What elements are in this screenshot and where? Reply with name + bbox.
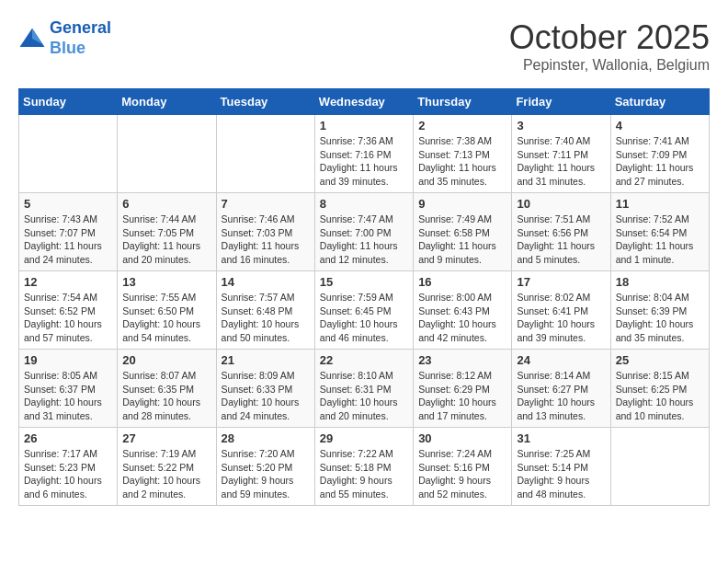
calendar-cell: 15Sunrise: 7:59 AMSunset: 6:45 PMDayligh… xyxy=(314,271,413,350)
calendar-cell xyxy=(19,115,118,193)
weekday-header: Monday xyxy=(118,89,216,115)
calendar-cell: 1Sunrise: 7:36 AMSunset: 7:16 PMDaylight… xyxy=(314,115,413,193)
calendar-cell: 7Sunrise: 7:46 AMSunset: 7:03 PMDaylight… xyxy=(216,193,314,271)
cell-info: Sunrise: 7:46 AMSunset: 7:03 PMDaylight:… xyxy=(222,213,310,267)
calendar-week-row: 19Sunrise: 8:05 AMSunset: 6:37 PMDayligh… xyxy=(19,350,710,428)
calendar-cell xyxy=(610,428,709,506)
cell-info: Sunrise: 7:41 AMSunset: 7:09 PMDaylight:… xyxy=(616,134,704,189)
calendar-cell: 5Sunrise: 7:43 AMSunset: 7:07 PMDaylight… xyxy=(19,193,118,271)
cell-info: Sunrise: 7:52 AMSunset: 6:54 PMDaylight:… xyxy=(616,213,704,267)
title-block: October 2025 Pepinster, Wallonia, Belgiu… xyxy=(509,18,710,74)
calendar-cell: 8Sunrise: 7:47 AMSunset: 7:00 PMDaylight… xyxy=(314,193,413,271)
calendar-cell: 22Sunrise: 8:10 AMSunset: 6:31 PMDayligh… xyxy=(314,350,413,428)
page-header: GeneralBlue October 2025 Pepinster, Wall… xyxy=(18,18,710,74)
calendar-table: SundayMondayTuesdayWednesdayThursdayFrid… xyxy=(18,88,710,506)
cell-info: Sunrise: 7:17 AMSunset: 5:23 PMDaylight:… xyxy=(24,447,112,501)
calendar-cell: 23Sunrise: 8:12 AMSunset: 6:29 PMDayligh… xyxy=(414,350,512,428)
cell-info: Sunrise: 8:07 AMSunset: 6:35 PMDaylight:… xyxy=(122,369,210,423)
calendar-cell: 24Sunrise: 8:14 AMSunset: 6:27 PMDayligh… xyxy=(512,350,610,428)
calendar-cell: 9Sunrise: 7:49 AMSunset: 6:58 PMDaylight… xyxy=(414,193,512,271)
day-number: 25 xyxy=(616,353,704,367)
day-number: 5 xyxy=(24,197,112,211)
calendar-cell: 26Sunrise: 7:17 AMSunset: 5:23 PMDayligh… xyxy=(19,428,118,506)
day-number: 16 xyxy=(418,275,506,289)
cell-info: Sunrise: 7:25 AMSunset: 5:14 PMDaylight:… xyxy=(517,447,605,501)
calendar-cell: 11Sunrise: 7:52 AMSunset: 6:54 PMDayligh… xyxy=(610,193,709,271)
day-number: 31 xyxy=(517,431,605,445)
calendar-week-row: 5Sunrise: 7:43 AMSunset: 7:07 PMDaylight… xyxy=(19,193,710,271)
day-number: 10 xyxy=(517,197,605,211)
calendar-cell: 6Sunrise: 7:44 AMSunset: 7:05 PMDaylight… xyxy=(118,193,216,271)
day-number: 2 xyxy=(418,119,506,132)
cell-info: Sunrise: 8:04 AMSunset: 6:39 PMDaylight:… xyxy=(616,291,704,345)
day-number: 1 xyxy=(320,119,408,132)
calendar-cell: 29Sunrise: 7:22 AMSunset: 5:18 PMDayligh… xyxy=(314,428,413,506)
day-number: 18 xyxy=(616,275,704,289)
calendar-week-row: 12Sunrise: 7:54 AMSunset: 6:52 PMDayligh… xyxy=(19,271,710,350)
day-number: 29 xyxy=(320,431,408,445)
cell-info: Sunrise: 8:00 AMSunset: 6:43 PMDaylight:… xyxy=(418,291,506,345)
calendar-cell: 25Sunrise: 8:15 AMSunset: 6:25 PMDayligh… xyxy=(610,350,709,428)
calendar-cell: 13Sunrise: 7:55 AMSunset: 6:50 PMDayligh… xyxy=(118,271,216,350)
day-number: 6 xyxy=(122,197,210,211)
cell-info: Sunrise: 7:40 AMSunset: 7:11 PMDaylight:… xyxy=(517,134,605,189)
cell-info: Sunrise: 7:22 AMSunset: 5:18 PMDaylight:… xyxy=(320,447,408,501)
cell-info: Sunrise: 7:36 AMSunset: 7:16 PMDaylight:… xyxy=(320,134,408,189)
logo-icon xyxy=(18,25,46,52)
calendar-cell xyxy=(118,115,216,193)
day-number: 24 xyxy=(517,353,605,367)
calendar-cell: 27Sunrise: 7:19 AMSunset: 5:22 PMDayligh… xyxy=(118,428,216,506)
calendar-cell: 19Sunrise: 8:05 AMSunset: 6:37 PMDayligh… xyxy=(19,350,118,428)
calendar-cell: 4Sunrise: 7:41 AMSunset: 7:09 PMDaylight… xyxy=(610,115,709,193)
weekday-header: Wednesday xyxy=(314,89,413,115)
calendar-cell: 20Sunrise: 8:07 AMSunset: 6:35 PMDayligh… xyxy=(118,350,216,428)
cell-info: Sunrise: 8:02 AMSunset: 6:41 PMDaylight:… xyxy=(517,291,605,345)
cell-info: Sunrise: 7:55 AMSunset: 6:50 PMDaylight:… xyxy=(122,291,210,345)
cell-info: Sunrise: 8:12 AMSunset: 6:29 PMDaylight:… xyxy=(418,369,506,423)
weekday-header: Thursday xyxy=(414,89,512,115)
logo-text: GeneralBlue xyxy=(50,18,111,58)
cell-info: Sunrise: 7:59 AMSunset: 6:45 PMDaylight:… xyxy=(320,291,408,345)
cell-info: Sunrise: 8:10 AMSunset: 6:31 PMDaylight:… xyxy=(320,369,408,423)
day-number: 12 xyxy=(24,275,112,289)
cell-info: Sunrise: 7:54 AMSunset: 6:52 PMDaylight:… xyxy=(24,291,112,345)
weekday-header: Saturday xyxy=(610,89,709,115)
calendar-cell: 16Sunrise: 8:00 AMSunset: 6:43 PMDayligh… xyxy=(414,271,512,350)
cell-info: Sunrise: 8:14 AMSunset: 6:27 PMDaylight:… xyxy=(517,369,605,423)
day-number: 11 xyxy=(616,197,704,211)
day-number: 19 xyxy=(24,353,112,367)
day-number: 30 xyxy=(418,431,506,445)
day-number: 26 xyxy=(24,431,112,445)
day-number: 15 xyxy=(320,275,408,289)
weekday-header: Friday xyxy=(512,89,610,115)
cell-info: Sunrise: 7:44 AMSunset: 7:05 PMDaylight:… xyxy=(122,213,210,267)
calendar-cell: 21Sunrise: 8:09 AMSunset: 6:33 PMDayligh… xyxy=(216,350,314,428)
month-title: October 2025 xyxy=(509,18,710,57)
day-number: 8 xyxy=(320,197,408,211)
day-number: 17 xyxy=(517,275,605,289)
day-number: 23 xyxy=(418,353,506,367)
calendar-cell: 28Sunrise: 7:20 AMSunset: 5:20 PMDayligh… xyxy=(216,428,314,506)
day-number: 21 xyxy=(222,353,310,367)
calendar-cell: 2Sunrise: 7:38 AMSunset: 7:13 PMDaylight… xyxy=(414,115,512,193)
day-number: 3 xyxy=(517,119,605,132)
cell-info: Sunrise: 7:57 AMSunset: 6:48 PMDaylight:… xyxy=(222,291,310,345)
cell-info: Sunrise: 8:05 AMSunset: 6:37 PMDaylight:… xyxy=(24,369,112,423)
cell-info: Sunrise: 7:20 AMSunset: 5:20 PMDaylight:… xyxy=(222,447,310,501)
day-number: 9 xyxy=(418,197,506,211)
day-number: 27 xyxy=(122,431,210,445)
day-number: 22 xyxy=(320,353,408,367)
calendar-cell: 17Sunrise: 8:02 AMSunset: 6:41 PMDayligh… xyxy=(512,271,610,350)
cell-info: Sunrise: 7:49 AMSunset: 6:58 PMDaylight:… xyxy=(418,213,506,267)
day-number: 13 xyxy=(122,275,210,289)
day-number: 20 xyxy=(122,353,210,367)
cell-info: Sunrise: 7:43 AMSunset: 7:07 PMDaylight:… xyxy=(24,213,112,267)
calendar-cell: 18Sunrise: 8:04 AMSunset: 6:39 PMDayligh… xyxy=(610,271,709,350)
logo: GeneralBlue xyxy=(18,18,111,58)
calendar-cell: 10Sunrise: 7:51 AMSunset: 6:56 PMDayligh… xyxy=(512,193,610,271)
day-number: 14 xyxy=(222,275,310,289)
cell-info: Sunrise: 7:51 AMSunset: 6:56 PMDaylight:… xyxy=(517,213,605,267)
weekday-header: Tuesday xyxy=(216,89,314,115)
calendar-cell: 3Sunrise: 7:40 AMSunset: 7:11 PMDaylight… xyxy=(512,115,610,193)
cell-info: Sunrise: 7:47 AMSunset: 7:00 PMDaylight:… xyxy=(320,213,408,267)
